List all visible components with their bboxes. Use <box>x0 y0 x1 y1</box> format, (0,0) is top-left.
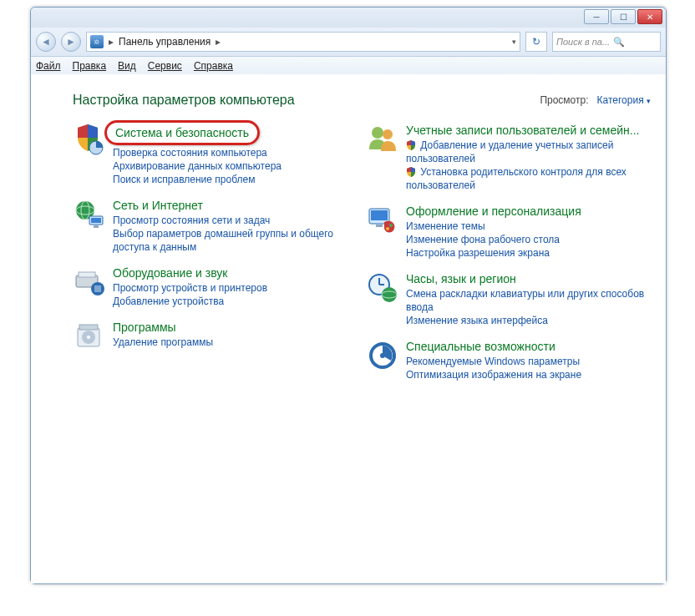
svg-rect-8 <box>79 272 95 277</box>
programs-icon <box>73 320 106 353</box>
view-by: Просмотр: Категория ▾ <box>540 94 651 106</box>
control-panel-icon: ⛭ <box>90 35 104 48</box>
link-add-device[interactable]: Добавление устройства <box>113 295 358 308</box>
category-system-security: Система и безопасность Проверка состояни… <box>73 123 358 186</box>
menu-file[interactable]: Файл <box>36 60 61 72</box>
svg-rect-18 <box>371 210 388 220</box>
link-homegroup[interactable]: Выбор параметров домашней группы и общег… <box>113 227 358 254</box>
search-icon: 🔍 <box>613 37 625 48</box>
viewby-label: Просмотр: <box>540 94 588 106</box>
category-programs: Программы Удаление программы <box>73 320 358 353</box>
category-title-network[interactable]: Сеть и Интернет <box>113 198 358 213</box>
link-network-status[interactable]: Просмотр состояния сети и задач <box>113 214 358 227</box>
svg-point-15 <box>372 127 383 139</box>
category-title-clock[interactable]: Часы, язык и регион <box>406 271 651 286</box>
refresh-button[interactable]: ↻ <box>525 32 547 52</box>
right-column: Учетные записи пользователей и семейн...… <box>366 123 651 393</box>
link-parental-controls[interactable]: Установка родительского контроля для все… <box>406 165 651 192</box>
svg-rect-19 <box>376 225 383 227</box>
hardware-icon <box>73 265 106 299</box>
svg-point-20 <box>389 224 393 227</box>
maximize-button[interactable]: ☐ <box>611 9 636 24</box>
menu-edit[interactable]: Правка <box>73 60 107 72</box>
link-backup[interactable]: Архивирование данных компьютера <box>113 159 358 173</box>
breadcrumb-sep2: ▸ <box>216 36 221 48</box>
breadcrumb-sep1: ▸ <box>109 36 114 48</box>
svg-rect-14 <box>79 325 98 330</box>
category-title-ease[interactable]: Специальные возможности <box>406 339 651 354</box>
svg-rect-5 <box>91 218 101 223</box>
svg-point-13 <box>87 336 90 339</box>
appearance-icon <box>366 204 399 237</box>
link-add-remove-accounts[interactable]: Добавление и удаление учетных записей по… <box>406 139 651 165</box>
back-button[interactable]: ◄ <box>36 32 56 52</box>
menu-view[interactable]: Вид <box>118 60 136 72</box>
link-troubleshoot[interactable]: Поиск и исправление проблем <box>113 173 358 186</box>
svg-point-29 <box>380 353 385 358</box>
highlight-annotation: Система и безопасность <box>104 120 260 145</box>
link-uninstall[interactable]: Удаление программы <box>113 336 358 349</box>
link-check-status[interactable]: Проверка состояния компьютера <box>113 146 358 159</box>
link-display-language[interactable]: Изменение языка интерфейса <box>406 314 651 327</box>
category-title-programs[interactable]: Программы <box>113 320 358 335</box>
address-dropdown-icon[interactable]: ▾ <box>512 38 516 46</box>
link-screen-resolution[interactable]: Настройка разрешения экрана <box>406 246 651 260</box>
link-change-wallpaper[interactable]: Изменение фона рабочего стола <box>406 233 651 246</box>
close-button[interactable]: ✕ <box>637 9 662 24</box>
category-clock: Часы, язык и регион Смена раскладки клав… <box>366 271 651 327</box>
svg-point-16 <box>383 129 393 139</box>
category-ease: Специальные возможности Рекомендуемые Wi… <box>366 339 651 381</box>
content-area: Настройка параметров компьютера Просмотр… <box>31 74 666 583</box>
control-panel-window: ─ ☐ ✕ ◄ ► ⛭ ▸ Панель управления ▸ ▾ ↻ По… <box>30 7 667 584</box>
category-title-users[interactable]: Учетные записи пользователей и семейн... <box>406 123 651 138</box>
left-column: Система и безопасность Проверка состояни… <box>73 123 358 393</box>
system-security-icon <box>73 123 106 156</box>
svg-point-21 <box>386 227 389 230</box>
search-placeholder: Поиск в па... <box>556 37 610 47</box>
link-change-theme[interactable]: Изменение темы <box>406 220 651 233</box>
minimize-button[interactable]: ─ <box>584 9 609 24</box>
titlebar: ─ ☐ ✕ <box>31 8 666 28</box>
breadcrumb-item[interactable]: Панель управления <box>119 36 211 48</box>
link-optimize-display[interactable]: Оптимизация изображения на экране <box>406 368 651 381</box>
categories-grid: Система и безопасность Проверка состояни… <box>73 123 651 393</box>
forward-button[interactable]: ► <box>61 32 81 52</box>
category-hardware: Оборудование и звук Просмотр устройств и… <box>73 265 358 308</box>
svg-rect-10 <box>94 285 101 292</box>
navigation-bar: ◄ ► ⛭ ▸ Панель управления ▸ ▾ ↻ Поиск в … <box>31 28 666 57</box>
svg-rect-6 <box>94 225 99 228</box>
category-title-appearance[interactable]: Оформление и персонализация <box>406 204 651 219</box>
category-network: Сеть и Интернет Просмотр состояния сети … <box>73 198 358 254</box>
uac-shield-icon <box>406 167 416 177</box>
category-appearance: Оформление и персонализация Изменение те… <box>366 204 651 260</box>
category-title-hardware[interactable]: Оборудование и звук <box>113 265 358 280</box>
uac-shield-icon <box>406 140 416 150</box>
svg-point-25 <box>382 287 397 302</box>
ease-icon <box>366 339 399 372</box>
menu-help[interactable]: Справка <box>194 60 233 72</box>
address-bar[interactable]: ⛭ ▸ Панель управления ▸ ▾ <box>86 32 520 52</box>
menu-bar: Файл Правка Вид Сервис Справка <box>31 57 666 76</box>
page-title: Настройка параметров компьютера <box>73 93 295 108</box>
clock-icon <box>366 271 399 305</box>
category-users: Учетные записи пользователей и семейн...… <box>366 123 651 192</box>
users-icon <box>366 123 399 156</box>
viewby-dropdown[interactable]: Категория ▾ <box>597 94 651 106</box>
link-keyboard-layout[interactable]: Смена раскладки клавиатуры или других сп… <box>406 287 651 314</box>
category-title-system[interactable]: Система и безопасность <box>115 126 249 139</box>
search-input[interactable]: Поиск в па... 🔍 <box>552 32 661 52</box>
menu-service[interactable]: Сервис <box>148 60 182 72</box>
link-devices-printers[interactable]: Просмотр устройств и принтеров <box>113 281 358 295</box>
heading-row: Настройка параметров компьютера Просмотр… <box>73 93 651 108</box>
network-icon <box>73 198 106 231</box>
link-recommended-settings[interactable]: Рекомендуемые Windows параметры <box>406 355 651 368</box>
